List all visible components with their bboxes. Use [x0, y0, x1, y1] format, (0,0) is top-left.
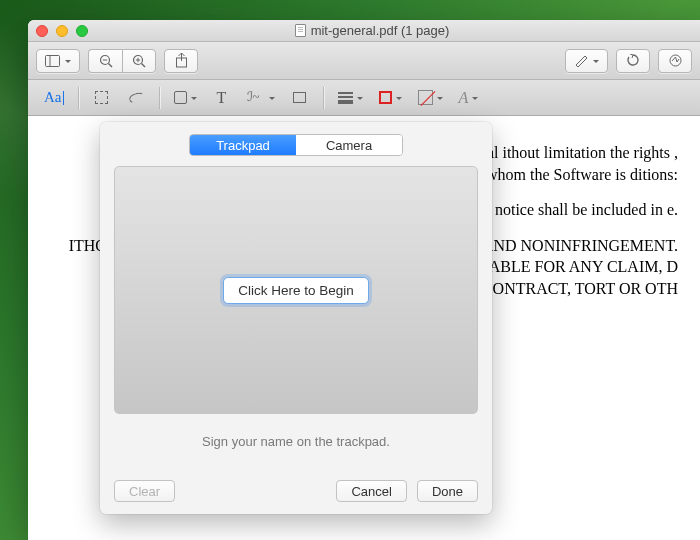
svg-line-3 — [108, 63, 112, 67]
zoom-in-button[interactable] — [122, 49, 156, 73]
rotate-button[interactable] — [616, 49, 650, 73]
text-selection-tool[interactable]: Aa — [38, 87, 70, 109]
signature-popover: Trackpad Camera Click Here to Begin Sign… — [100, 122, 492, 514]
svg-rect-0 — [46, 55, 60, 66]
shape-icon — [174, 91, 187, 104]
signature-hint: Sign your name on the trackpad. — [100, 434, 492, 449]
signature-icon: ℐ~ — [247, 89, 265, 105]
svg-line-6 — [142, 63, 146, 67]
note-tool[interactable] — [285, 87, 315, 109]
note-icon — [293, 92, 306, 103]
begin-signing-button[interactable]: Click Here to Begin — [223, 277, 369, 304]
sketch-icon — [129, 93, 143, 103]
signature-canvas[interactable]: Click Here to Begin — [114, 166, 478, 414]
line-weight-tool[interactable] — [332, 87, 369, 109]
sign-tool[interactable]: ℐ~ — [241, 87, 281, 109]
sidebar-view-button[interactable] — [36, 49, 80, 73]
text-tool[interactable]: T — [207, 87, 237, 109]
lines-icon — [338, 90, 353, 106]
tab-trackpad[interactable]: Trackpad — [190, 135, 296, 155]
shapes-tool[interactable] — [168, 87, 203, 109]
font-style-tool[interactable]: A — [453, 87, 485, 109]
highlight-button[interactable] — [565, 49, 608, 73]
border-color-icon — [379, 91, 392, 104]
markup-toolbar: Aa T ℐ~ A — [28, 80, 700, 116]
clear-button[interactable]: Clear — [114, 480, 175, 502]
text-icon: T — [217, 89, 227, 107]
no-fill-icon — [418, 90, 433, 105]
done-button[interactable]: Done — [417, 480, 478, 502]
app-window: mit-general.pdf (1 page) Aa — [28, 20, 700, 540]
text-style-icon: Aa — [44, 89, 62, 106]
signature-source-tabs: Trackpad Camera — [189, 134, 403, 156]
font-icon: A — [459, 89, 469, 107]
document-icon — [295, 24, 306, 37]
border-color-tool[interactable] — [373, 87, 408, 109]
markup-toggle-button[interactable] — [658, 49, 692, 73]
sketch-tool[interactable] — [121, 87, 151, 109]
window-title: mit-general.pdf (1 page) — [311, 23, 450, 38]
share-button[interactable] — [164, 49, 198, 73]
titlebar: mit-general.pdf (1 page) — [28, 20, 700, 42]
tab-camera[interactable]: Camera — [296, 135, 402, 155]
zoom-out-button[interactable] — [88, 49, 122, 73]
rectangular-selection-tool[interactable] — [87, 87, 117, 109]
close-window-button[interactable] — [36, 25, 48, 37]
cancel-button[interactable]: Cancel — [336, 480, 406, 502]
main-toolbar — [28, 42, 700, 80]
selection-icon — [95, 91, 108, 104]
fill-color-tool[interactable] — [412, 87, 449, 109]
